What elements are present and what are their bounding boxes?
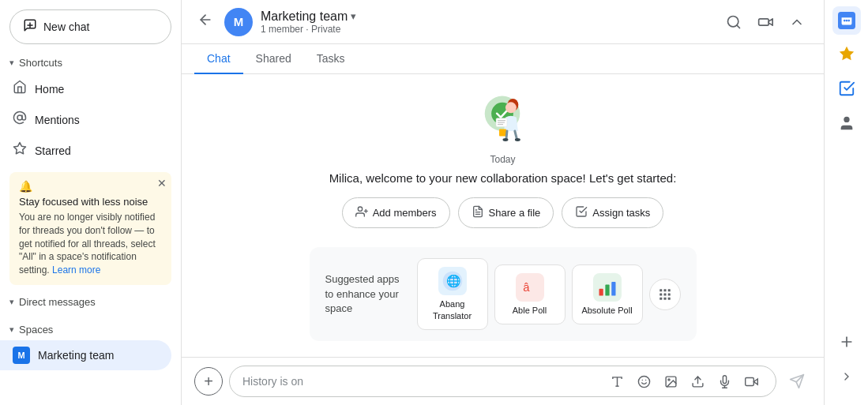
svg-rect-39 xyxy=(659,297,662,299)
assign-tasks-button[interactable]: Assign tasks xyxy=(562,197,663,228)
sidebar-item-mentions[interactable]: Mentions xyxy=(0,104,171,135)
home-icon xyxy=(13,80,27,98)
new-chat-button[interactable]: New chat xyxy=(9,9,171,44)
date-label: Today xyxy=(490,154,515,165)
chat-area: Today Milica, welcome to your new collab… xyxy=(182,74,824,357)
shortcuts-label: Shortcuts xyxy=(19,57,62,69)
starred-label: Starred xyxy=(35,144,71,157)
absolute-poll-label: Absolute Poll xyxy=(581,305,632,316)
app-card-absolute-poll[interactable]: Absolute Poll xyxy=(572,264,643,324)
svg-point-2 xyxy=(17,115,22,120)
tab-shared[interactable]: Shared xyxy=(243,44,304,74)
team-info: Marketing team ▾ 1 member · Private xyxy=(261,9,712,35)
send-button[interactable] xyxy=(783,367,811,396)
share-file-button[interactable]: Share a file xyxy=(458,197,554,228)
shortcuts-chevron-icon: ▾ xyxy=(9,58,14,68)
emoji-button[interactable] xyxy=(632,369,656,393)
svg-rect-35 xyxy=(667,289,670,291)
add-attachment-button[interactable]: + xyxy=(194,367,223,396)
svg-point-21 xyxy=(514,138,520,141)
add-members-button[interactable]: Add members xyxy=(342,197,450,228)
input-tools xyxy=(605,369,763,393)
notification-close-button[interactable]: ✕ xyxy=(157,177,167,189)
add-members-icon xyxy=(355,205,368,220)
mentions-icon xyxy=(13,111,27,129)
more-apps-button[interactable] xyxy=(649,279,681,310)
video-button[interactable] xyxy=(739,369,763,393)
svg-point-20 xyxy=(502,138,508,141)
spaces-header[interactable]: ▾ Spaces xyxy=(0,319,181,340)
svg-point-56 xyxy=(845,20,847,22)
search-button[interactable] xyxy=(720,8,748,36)
svg-point-59 xyxy=(844,117,849,122)
chat-header: M Marketing team ▾ 1 member · Private xyxy=(182,0,824,44)
tabs-bar: Chat Shared Tasks xyxy=(182,44,824,74)
record-audio-button[interactable] xyxy=(712,369,736,393)
notification-card: ✕ 🔔 Stay focused with less noise You are… xyxy=(9,172,171,285)
marketing-team-avatar: M xyxy=(13,347,30,364)
team-name[interactable]: Marketing team ▾ xyxy=(261,9,712,24)
svg-rect-37 xyxy=(663,293,666,295)
add-members-label: Add members xyxy=(373,207,437,219)
svg-text:🌐: 🌐 xyxy=(446,275,461,289)
header-actions xyxy=(720,8,811,36)
home-label: Home xyxy=(35,83,64,96)
tab-tasks[interactable]: Tasks xyxy=(304,44,358,74)
tab-chat[interactable]: Chat xyxy=(194,44,243,74)
able-poll-label: Able Poll xyxy=(513,305,547,316)
sidebar: New chat ▾ Shortcuts Home Mentions Starr… xyxy=(0,0,182,405)
svg-point-46 xyxy=(667,378,669,380)
spaces-label: Spaces xyxy=(19,324,53,336)
svg-line-6 xyxy=(737,24,740,28)
collapse-panel-button[interactable] xyxy=(831,361,862,392)
svg-point-57 xyxy=(847,20,850,22)
svg-rect-17 xyxy=(499,129,506,137)
direct-messages-header[interactable]: ▾ Direct messages xyxy=(0,291,181,313)
action-buttons: Add members Share a file Assign tasks xyxy=(342,197,664,228)
learn-more-link[interactable]: Learn more xyxy=(52,264,100,276)
shortcuts-header[interactable]: ▾ Shortcuts xyxy=(0,52,181,73)
svg-marker-50 xyxy=(753,378,757,384)
direct-messages-chevron-icon: ▾ xyxy=(9,297,14,307)
svg-text:â: â xyxy=(523,281,530,294)
upload-button[interactable] xyxy=(686,369,709,393)
share-file-label: Share a file xyxy=(489,207,541,219)
marketing-team-label: Marketing team xyxy=(38,349,114,362)
svg-rect-30 xyxy=(599,288,603,295)
abang-translator-label: Abang Translator xyxy=(424,298,481,321)
media-button[interactable] xyxy=(659,369,682,393)
notification-body: You are no longer visibly notified for t… xyxy=(19,211,162,277)
video-call-button[interactable] xyxy=(751,8,780,36)
back-button[interactable] xyxy=(194,9,216,35)
starred-icon xyxy=(13,141,27,159)
message-input-box[interactable]: History is on xyxy=(229,366,776,397)
welcome-message: Milica, welcome to your new collaboratio… xyxy=(329,171,677,185)
svg-rect-36 xyxy=(659,293,662,295)
people-button[interactable] xyxy=(831,107,862,139)
add-panel-button[interactable] xyxy=(831,326,862,358)
team-meta: 1 member · Private xyxy=(261,24,712,35)
svg-rect-7 xyxy=(759,18,769,24)
svg-rect-32 xyxy=(611,282,615,296)
tasks-button[interactable] xyxy=(831,73,862,104)
assign-tasks-icon xyxy=(575,205,588,220)
svg-line-19 xyxy=(514,131,516,139)
text-format-button[interactable] xyxy=(605,369,629,393)
sidebar-item-marketing-team[interactable]: M Marketing team xyxy=(0,340,171,370)
main-content: M Marketing team ▾ 1 member · Private Ch… xyxy=(182,0,824,405)
app-card-able-poll[interactable]: â Able Poll xyxy=(494,264,566,324)
sidebar-item-starred[interactable]: Starred xyxy=(0,135,171,166)
add-attachment-icon: + xyxy=(204,373,213,389)
notification-title: Stay focused with less noise xyxy=(19,196,162,208)
assign-tasks-label: Assign tasks xyxy=(592,207,650,219)
right-panel xyxy=(824,0,868,405)
app-cards: 🌐 Abang Translator â Able Poll xyxy=(417,258,681,330)
google-chat-app-button[interactable] xyxy=(832,6,861,35)
more-options-button[interactable] xyxy=(783,8,811,36)
app-card-abang-translator[interactable]: 🌐 Abang Translator xyxy=(417,258,488,330)
team-avatar: M xyxy=(224,8,253,36)
yellow-star-button[interactable] xyxy=(831,38,862,69)
mentions-label: Mentions xyxy=(35,114,80,126)
svg-point-55 xyxy=(843,20,845,22)
sidebar-item-home[interactable]: Home xyxy=(0,73,171,104)
